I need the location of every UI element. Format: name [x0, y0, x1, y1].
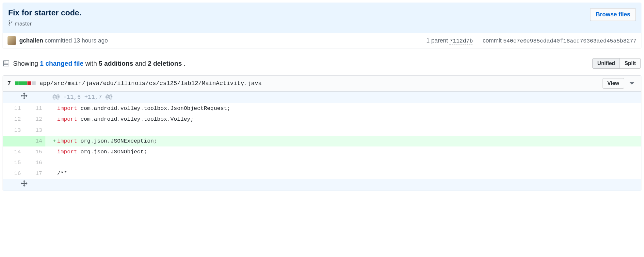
split-button[interactable]: Split	[620, 58, 641, 69]
additions-count: 5 additions	[99, 60, 133, 67]
code-cell: /**	[45, 168, 641, 179]
diff-summary-text: Showing 1 changed file with 5 additions …	[13, 60, 185, 67]
diffstat-square	[32, 81, 36, 85]
new-line-number[interactable]: 15	[24, 146, 45, 157]
new-line-number[interactable]: 13	[24, 125, 45, 136]
commit-meta-right: 1 parent 7112d7b commit 540c7e0e985cdad4…	[426, 37, 636, 44]
commit-meta-left: gchallen committed 13 hours ago	[8, 36, 108, 45]
view-file-button[interactable]: View	[603, 78, 624, 89]
commit-sha-block: commit 540c7e0e985cdad40f18acd70363aed45…	[483, 37, 636, 44]
file-diff: 7 app/src/main/java/edu/illinois/cs/cs12…	[3, 75, 641, 191]
hunk-header-row: @@ -11,6 +11,7 @@	[3, 92, 641, 103]
diffstat-square	[23, 81, 27, 85]
diff-view-toggle: Unified Split	[592, 58, 641, 69]
parent-sha-link[interactable]: 7112d7b	[449, 38, 473, 44]
diff-table: @@ -11,6 +11,7 @@ 1111 import com.androi…	[3, 92, 641, 191]
hunk-expand-spacer	[45, 179, 641, 191]
parent-count-label: 1 parent	[426, 37, 448, 44]
parent-block: 1 parent 7112d7b	[426, 37, 473, 44]
hunk-header-text: @@ -11,6 +11,7 @@	[45, 92, 641, 103]
new-line-number[interactable]: 11	[24, 103, 45, 114]
avatar[interactable]	[8, 36, 16, 45]
old-line-number[interactable]: 15	[3, 157, 24, 168]
old-line-number[interactable]: 14	[3, 146, 24, 157]
browse-files-button[interactable]: Browse files	[590, 8, 636, 21]
period: .	[184, 60, 185, 67]
and-label: and	[135, 60, 146, 67]
file-header: 7 app/src/main/java/edu/illinois/cs/cs12…	[3, 76, 641, 92]
new-line-number[interactable]: 17	[24, 168, 45, 179]
code-cell	[45, 125, 641, 136]
expand-icon[interactable]	[3, 92, 45, 103]
commit-title: Fix for starter code.	[8, 8, 81, 17]
commit-meta-row: gchallen committed 13 hours ago 1 parent…	[3, 33, 641, 48]
file-path[interactable]: app/src/main/java/edu/illinois/cs/cs125/…	[40, 80, 262, 87]
commit-header-left: Fix for starter code. master	[8, 8, 81, 27]
old-line-number[interactable]: 12	[3, 114, 24, 125]
deletions-count: 2 deletions	[148, 60, 182, 67]
author-link[interactable]: gchallen	[19, 37, 43, 44]
branch-name[interactable]: master	[15, 21, 32, 27]
code-cell: +import org.json.JSONException;	[45, 136, 641, 146]
old-line-number[interactable]: 13	[3, 125, 24, 136]
committed-text: committed 13 hours ago	[45, 37, 108, 44]
commit-header: Fix for starter code. master Browse file…	[3, 3, 641, 33]
branch-row: master	[8, 20, 81, 27]
code-cell	[45, 157, 641, 168]
diff-line: 1516	[3, 157, 641, 168]
old-line-number[interactable]: 16	[3, 168, 24, 179]
commit-label: commit	[483, 37, 502, 44]
diff-line: 1313	[3, 125, 641, 136]
old-line-number[interactable]: 11	[3, 103, 24, 114]
diffstat-square	[19, 81, 23, 85]
diffstat-square	[15, 81, 19, 85]
diff-line: 1617 /**	[3, 168, 641, 179]
diff-summary-row: Showing 1 changed file with 5 additions …	[3, 58, 641, 69]
chevron-down-icon[interactable]	[627, 79, 636, 88]
file-header-left: 7 app/src/main/java/edu/illinois/cs/cs12…	[8, 80, 262, 87]
with-label: with	[85, 60, 97, 67]
diffstat-icon[interactable]	[3, 60, 9, 67]
unified-button[interactable]: Unified	[592, 58, 620, 69]
new-line-number[interactable]: 12	[24, 114, 45, 125]
code-cell: import com.android.volley.toolbox.Volley…	[45, 114, 641, 125]
git-branch-icon	[8, 20, 13, 27]
file-change-count: 7	[8, 80, 11, 87]
showing-label: Showing	[13, 60, 38, 67]
old-line-number[interactable]	[3, 136, 24, 146]
changed-files-link[interactable]: 1 changed file	[40, 60, 83, 67]
code-cell: import org.json.JSONObject;	[45, 146, 641, 157]
code-cell: import com.android.volley.toolbox.JsonOb…	[45, 103, 641, 114]
diff-line: 14+import org.json.JSONException;	[3, 136, 641, 146]
diffstat-squares	[15, 81, 36, 85]
diff-line: 1111 import com.android.volley.toolbox.J…	[3, 103, 641, 114]
new-line-number[interactable]: 14	[24, 136, 45, 146]
diff-line: 1415 import org.json.JSONObject;	[3, 146, 641, 157]
diff-line: 1212 import com.android.volley.toolbox.V…	[3, 114, 641, 125]
file-header-right: View	[603, 78, 636, 89]
commit-sha: 540c7e0e985cdad40f18acd70363aed45a5b8277	[503, 38, 636, 44]
diff-summary-left: Showing 1 changed file with 5 additions …	[3, 60, 185, 67]
hunk-expand-row	[3, 179, 641, 191]
expand-icon[interactable]	[3, 179, 45, 191]
diffstat-square	[27, 81, 31, 85]
new-line-number[interactable]: 16	[24, 157, 45, 168]
